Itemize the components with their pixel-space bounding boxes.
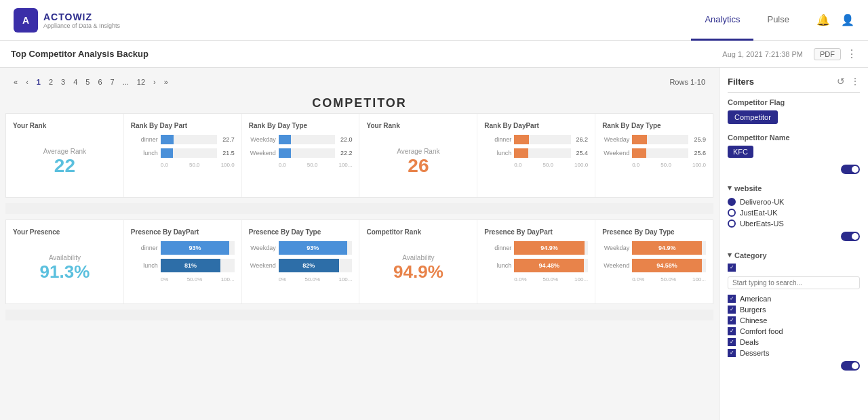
bar-row-dinner-1: dinner 22.7 xyxy=(131,135,235,144)
bar-label-weekend-2: Weekend xyxy=(602,150,629,156)
first-page-btn[interactable]: « xyxy=(11,77,20,87)
checkbox-desserts[interactable] xyxy=(728,349,736,357)
page-1[interactable]: 1 xyxy=(34,77,43,87)
category-burgers[interactable]: Burgers xyxy=(728,304,860,315)
card-title-rank-daypart-2: Rank By DayPart xyxy=(484,122,588,129)
website-toggle[interactable] xyxy=(841,232,860,241)
pct-container-weekday-2: 94.9% xyxy=(632,241,706,255)
bar-row-weekend-2: Weekend 25.6 xyxy=(602,148,706,158)
pct-bar-weekend-1: Weekend 82% xyxy=(249,259,353,272)
page-7[interactable]: 7 xyxy=(108,77,117,87)
avail-label-2: Availability xyxy=(402,254,434,261)
checkbox-american[interactable] xyxy=(728,295,736,303)
card-rank-daypart-1: Rank By Day Part dinner 22.7 lunch xyxy=(124,114,242,197)
prev-page-btn[interactable]: ‹ xyxy=(23,77,31,87)
user-icon[interactable]: 👤 xyxy=(841,14,854,26)
avg-rank-label-2: Average Rank xyxy=(397,148,439,155)
card-presence-daytype-1: Presence By Day Type Weekday 93% Weekend… xyxy=(242,220,360,303)
competitor-name-badge[interactable]: KFC xyxy=(728,146,753,158)
pct-container-lunch-1: 81% xyxy=(161,259,235,272)
next-page-btn[interactable]: › xyxy=(151,77,159,87)
competitor-flag-label: Competitor Flag xyxy=(728,98,860,106)
rank-value-2: 26 xyxy=(408,155,429,177)
checkbox-burgers[interactable] xyxy=(728,306,736,314)
category-american[interactable]: American xyxy=(728,293,860,304)
website-section-label: ▾ website xyxy=(728,184,860,192)
page-3[interactable]: 3 xyxy=(58,77,68,87)
pct-bar-lunch-1: lunch 81% xyxy=(131,259,235,272)
filters-more-icon[interactable]: ⋮ xyxy=(850,76,860,87)
bar-value-weekend-1: 22.2 xyxy=(340,150,353,156)
bar-value-lunch-2: 25.4 xyxy=(576,150,589,156)
page-2[interactable]: 2 xyxy=(46,77,56,87)
logo-icon: A xyxy=(14,8,38,33)
checkbox-comfort-food[interactable] xyxy=(728,327,736,335)
bar-fill-lunch-2 xyxy=(514,148,528,158)
card-title-rank-daytype-1: Rank By Day Type xyxy=(249,122,353,129)
separator-1 xyxy=(5,203,713,214)
card-presence-daytype-2: Presence By Day Type Weekday 94.9% Weeke… xyxy=(595,220,713,303)
content-area: « ‹ 1 2 3 4 5 6 7 ... 12 › » Rows 1-10 C… xyxy=(0,68,719,420)
category-chinese[interactable]: Chinese xyxy=(728,315,860,326)
bar-fill-dinner-2 xyxy=(514,135,529,144)
pct-fill-weekend-2: 94.58% xyxy=(632,259,702,272)
card-title-presence-daypart-2: Presence By DayPart xyxy=(484,228,588,236)
cards-row-2: Your Presence Availability 91.3% Presenc… xyxy=(5,219,713,304)
bar-fill-weekend-2 xyxy=(632,148,646,158)
refresh-icon[interactable]: ↺ xyxy=(837,76,845,87)
bar-axis-daypart-2: 0.050.0100.0 xyxy=(484,162,588,168)
pct-bar-chart-daytype-1: Weekday 93% Weekend 82% 0%50.0%100... xyxy=(249,241,353,282)
radio-justeat[interactable] xyxy=(728,209,736,217)
filters-title: Filters xyxy=(728,77,837,87)
pct-bar-lunch-2: lunch 94.48% xyxy=(484,259,588,272)
radio-deliveroo[interactable] xyxy=(728,198,736,206)
pct-container-dinner-2: 94.9% xyxy=(514,241,588,255)
last-page-btn[interactable]: » xyxy=(161,77,171,87)
section-arrow-category: ▾ xyxy=(728,251,732,259)
checkbox-deals[interactable] xyxy=(728,338,736,346)
bell-icon[interactable]: 🔔 xyxy=(816,14,830,26)
pagination-bar: « ‹ 1 2 3 4 5 6 7 ... 12 › » Rows 1-10 xyxy=(5,73,713,91)
competitor-name-toggle[interactable] xyxy=(841,165,860,174)
website-ubereats[interactable]: UberEats-US xyxy=(728,218,860,229)
pct-fill-weekday-2: 94.9% xyxy=(632,241,702,255)
category-desserts[interactable]: Desserts xyxy=(728,348,860,358)
card-title-rank-daypart-1: Rank By Day Part xyxy=(131,122,235,129)
tab-analytics[interactable]: Analytics xyxy=(691,0,753,41)
category-deals[interactable]: Deals xyxy=(728,337,860,348)
page-4[interactable]: 4 xyxy=(71,77,80,87)
section-arrow-website: ▾ xyxy=(728,184,732,192)
tab-pulse[interactable]: Pulse xyxy=(753,0,803,41)
bar-label-lunch-1: lunch xyxy=(131,150,158,156)
category-section-label: ▾ Category xyxy=(728,251,860,259)
pct-label-dinner-2: dinner xyxy=(484,245,511,251)
category-label-chinese: Chinese xyxy=(740,316,767,324)
page-6[interactable]: 6 xyxy=(95,77,104,87)
main-header: A ACTOWIZ Appliance of Data & Insights A… xyxy=(0,0,868,41)
separator-2 xyxy=(5,310,713,320)
pct-bar-weekday-1: Weekday 93% xyxy=(249,241,353,255)
website-deliveroo[interactable]: Deliveroo-UK xyxy=(728,196,860,207)
pct-axis-daypart-1: 0%50.0%100... xyxy=(131,276,235,282)
pct-label-weekend-2: Weekend xyxy=(602,262,629,269)
more-options-icon[interactable]: ⋮ xyxy=(846,47,857,60)
website-justeat[interactable]: JustEat-UK xyxy=(728,207,860,218)
category-search-input[interactable] xyxy=(728,276,860,289)
page-5[interactable]: 5 xyxy=(83,77,92,87)
category-label-burgers: Burgers xyxy=(740,306,766,314)
checkbox-chinese[interactable] xyxy=(728,316,736,324)
page-12[interactable]: 12 xyxy=(134,77,148,87)
pct-fill-lunch-2: 94.48% xyxy=(514,259,584,272)
category-select-all[interactable] xyxy=(728,264,736,272)
competitor-flag-section: Competitor Flag Competitor xyxy=(728,98,860,124)
pdf-button[interactable]: PDF xyxy=(814,48,841,60)
bar-chart-daytype-1: Weekday 22.0 Weekend 22.2 xyxy=(249,135,353,168)
competitor-flag-button[interactable]: Competitor xyxy=(728,110,778,124)
sub-header: Top Competitor Analysis Backup Aug 1, 20… xyxy=(0,41,868,68)
card-rank-daypart-2: Rank By DayPart dinner 26.2 lunch xyxy=(477,114,595,197)
category-comfort-food[interactable]: Comfort food xyxy=(728,326,860,337)
radio-ubereats[interactable] xyxy=(728,219,736,228)
category-toggle[interactable] xyxy=(841,361,860,371)
rows-info: Rows 1-10 xyxy=(667,77,708,87)
avg-rank-label-1: Average Rank xyxy=(43,148,86,155)
